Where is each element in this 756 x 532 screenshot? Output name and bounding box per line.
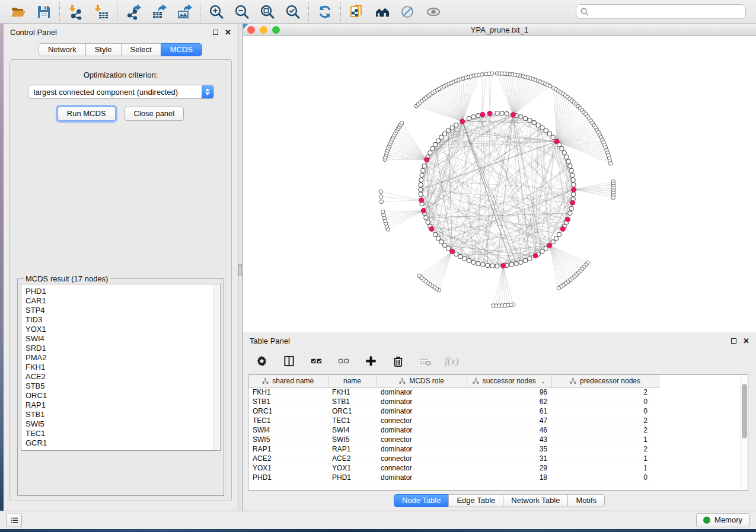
list-item[interactable]: STB5 (25, 382, 209, 391)
list-item[interactable]: PHD1 (25, 287, 209, 296)
columns-icon[interactable] (281, 353, 297, 369)
table-row[interactable]: FKH1FKH1dominator962 (248, 387, 659, 397)
add-icon[interactable] (363, 353, 379, 369)
close-table-panel-icon[interactable]: ✕ (743, 337, 749, 345)
table-row[interactable]: ACE2ACE2connector311 (248, 454, 659, 463)
open-session-icon[interactable] (10, 4, 26, 20)
table-row[interactable]: TEC1TEC1connector472 (248, 416, 659, 425)
save-session-icon[interactable] (36, 4, 52, 20)
hide-graphics-icon[interactable] (400, 4, 416, 20)
network-window: YPA_prune.txt_1 (243, 24, 756, 332)
export-table-icon[interactable] (151, 4, 167, 20)
export-network-icon[interactable] (125, 4, 141, 20)
list-item[interactable]: RAP1 (25, 400, 209, 410)
table-row[interactable]: SWI4SWI4dominator462 (248, 425, 659, 435)
deselect-all-icon[interactable] (336, 353, 352, 369)
network-graph (243, 36, 756, 332)
column-header-shared-name[interactable]: shared name (248, 375, 328, 387)
list-item[interactable]: PMA2 (25, 353, 209, 363)
column-type-icon (473, 378, 479, 384)
share-document-icon[interactable] (349, 4, 365, 20)
settings-gear-icon[interactable] (254, 353, 270, 369)
table-row[interactable]: SWI5SWI5connector431 (248, 435, 659, 444)
tab-motifs[interactable]: Motifs (567, 494, 605, 507)
table-row[interactable]: PHD1PHD1dominator180 (248, 473, 659, 482)
criterion-select[interactable]: largest connected component (undirected) (28, 85, 214, 99)
list-item[interactable]: SWI5 (25, 419, 209, 429)
list-item[interactable]: SRD1 (25, 344, 209, 353)
refresh-icon[interactable] (317, 4, 333, 20)
eye-icon[interactable] (425, 4, 441, 20)
mcds-result-list[interactable]: PHD1 CAR1 STP4 TID3 YOX1 SWI4 SRD1 PMA2 … (21, 284, 221, 451)
close-window-icon[interactable] (247, 26, 255, 34)
list-item[interactable]: ACE2 (25, 372, 209, 382)
list-item[interactable]: STB1 (25, 410, 209, 419)
delete-table-icon (417, 353, 433, 369)
zoom-selected-icon[interactable] (285, 4, 301, 20)
list-item[interactable]: FKH1 (25, 363, 209, 372)
main-toolbar (0, 0, 756, 24)
control-panel-tabs: Network Style Select MCDS (4, 43, 238, 56)
list-item[interactable]: STP4 (25, 306, 209, 315)
zoom-in-icon[interactable] (208, 4, 224, 20)
list-item[interactable]: SWI4 (25, 334, 209, 344)
list-item[interactable]: ORC1 (25, 391, 209, 400)
column-header-successor-nodes[interactable]: successor nodes ⌄ (467, 375, 551, 387)
run-mcds-button[interactable]: Run MCDS (58, 107, 116, 121)
zoom-fit-icon[interactable] (259, 4, 275, 20)
table-row[interactable]: STB1STB1dominator620 (248, 397, 659, 406)
list-scrollbar[interactable] (213, 285, 219, 450)
sort-descending-icon: ⌄ (541, 378, 546, 384)
float-panel-icon[interactable] (213, 30, 218, 35)
network-titlebar[interactable]: YPA_prune.txt_1 (243, 24, 756, 36)
network-canvas[interactable] (243, 36, 756, 332)
tab-node-table[interactable]: Node Table (394, 494, 449, 507)
control-panel-title: Control Panel (10, 28, 57, 37)
column-header-predecessor-nodes[interactable]: predecessor nodes (551, 375, 659, 387)
memory-label: Memory (714, 515, 742, 524)
table-scrollbar[interactable] (740, 375, 748, 490)
list-item[interactable]: TEC1 (25, 429, 209, 438)
scrollbar-thumb[interactable] (742, 384, 747, 438)
tab-select[interactable]: Select (121, 43, 161, 56)
houses-icon[interactable] (374, 4, 390, 20)
float-table-panel-icon[interactable] (731, 338, 736, 344)
control-panel: Control Panel ✕ Network Style Select MCD… (4, 24, 238, 511)
maximize-window-icon[interactable] (272, 26, 280, 34)
import-table-icon[interactable] (93, 4, 109, 20)
zoom-out-icon[interactable] (234, 4, 250, 20)
close-panel-icon[interactable]: ✕ (225, 28, 231, 36)
list-item[interactable]: YOX1 (25, 325, 209, 334)
search-box[interactable] (576, 4, 746, 19)
tab-mcds[interactable]: MCDS (161, 43, 202, 56)
list-item[interactable]: CAR1 (25, 296, 209, 306)
list-item[interactable]: GCR1 (25, 438, 209, 448)
tab-network[interactable]: Network (39, 43, 86, 56)
table-row[interactable]: ORC1ORC1dominator610 (248, 406, 659, 416)
table-panel-header: Table Panel ✕ (243, 332, 756, 349)
table-row[interactable]: YOX1YOX1connector291 (248, 463, 659, 473)
import-network-icon[interactable] (68, 4, 84, 20)
memory-button[interactable]: Memory (696, 513, 749, 527)
task-history-button[interactable] (7, 514, 22, 527)
column-type-icon (262, 378, 269, 384)
column-header-name[interactable]: name (328, 375, 377, 387)
table-panel-title: Table Panel (250, 336, 290, 345)
panel-splitter[interactable] (238, 24, 243, 511)
splitter-grip[interactable] (238, 264, 242, 276)
search-input[interactable] (592, 7, 741, 16)
select-all-icon[interactable] (308, 353, 324, 369)
table-row[interactable]: RAP1RAP1dominator352 (248, 444, 659, 454)
tab-network-table[interactable]: Network Table (503, 494, 568, 507)
minimize-window-icon[interactable] (260, 26, 267, 34)
export-image-icon[interactable] (176, 4, 192, 20)
close-panel-button[interactable]: Close panel (125, 107, 184, 121)
list-item[interactable]: TID3 (25, 315, 209, 325)
tab-style[interactable]: Style (85, 43, 122, 56)
mcds-result-legend: MCDS result (17 nodes) (24, 274, 110, 283)
tab-edge-table[interactable]: Edge Table (448, 494, 503, 507)
table-panel: Table Panel ✕ (243, 332, 756, 511)
desktop-wallpaper-bottom (0, 529, 756, 532)
delete-icon[interactable] (390, 353, 406, 369)
column-header-mcds-role[interactable]: MCDS role (377, 375, 467, 387)
